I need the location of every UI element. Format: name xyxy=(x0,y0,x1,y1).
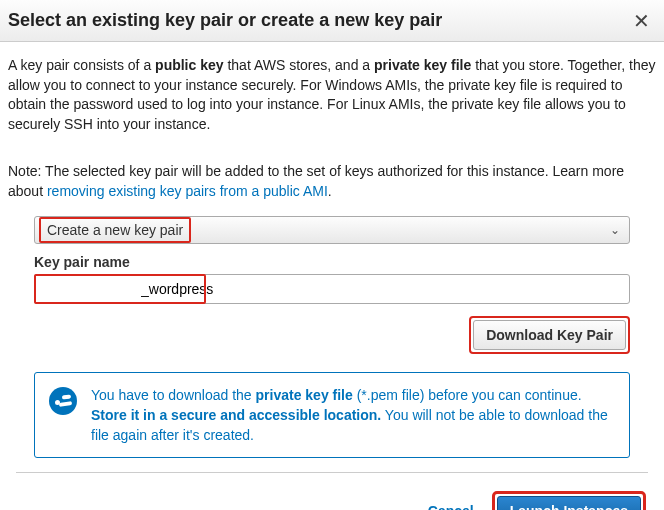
keypair-mode-select[interactable]: Create a new key pair xyxy=(34,216,630,244)
download-keypair-button[interactable]: Download Key Pair xyxy=(473,320,626,350)
desc-private-key: private key file xyxy=(374,57,471,73)
remove-keypairs-link[interactable]: removing existing key pairs from a publi… xyxy=(47,183,328,199)
description-text: A key pair consists of a public key that… xyxy=(8,56,656,134)
download-row: Download Key Pair xyxy=(34,316,630,354)
dialog-footer: Cancel Launch Instances xyxy=(16,472,648,510)
keypair-mode-select-wrap: Create a new key pair ⌄ Create a new key… xyxy=(34,216,630,244)
dialog-title: Select an existing key pair or create a … xyxy=(8,10,442,31)
form-area: Create a new key pair ⌄ Create a new key… xyxy=(8,216,656,459)
info-p1-post: (*.pem file) before you can continue. xyxy=(353,387,582,403)
close-icon[interactable]: ✕ xyxy=(629,11,654,31)
desc-mid: that AWS stores, and a xyxy=(224,57,374,73)
keypair-name-input[interactable] xyxy=(34,274,630,304)
keypair-name-input-wrap xyxy=(34,274,630,304)
desc-pre: A key pair consists of a xyxy=(8,57,155,73)
desc-public-key: public key xyxy=(155,57,223,73)
info-p2-bold: Store it in a secure and accessible loca… xyxy=(91,407,381,423)
note-text: Note: The selected key pair will be adde… xyxy=(8,162,656,201)
launch-instances-button[interactable]: Launch Instances xyxy=(497,496,641,510)
keypair-dialog: Select an existing key pair or create a … xyxy=(0,0,664,510)
highlight-launch: Launch Instances xyxy=(492,491,646,510)
dialog-header: Select an existing key pair or create a … xyxy=(0,0,664,42)
info-icon xyxy=(49,387,77,415)
note-period: . xyxy=(328,183,332,199)
cancel-button[interactable]: Cancel xyxy=(428,503,474,510)
info-p1-pre: You have to download the xyxy=(91,387,256,403)
info-p1-bold: private key file xyxy=(256,387,353,403)
highlight-download: Download Key Pair xyxy=(469,316,630,354)
keypair-name-label: Key pair name xyxy=(34,254,630,270)
info-box: You have to download the private key fil… xyxy=(34,372,630,459)
info-text: You have to download the private key fil… xyxy=(91,385,615,446)
dialog-body: A key pair consists of a public key that… xyxy=(0,42,664,510)
